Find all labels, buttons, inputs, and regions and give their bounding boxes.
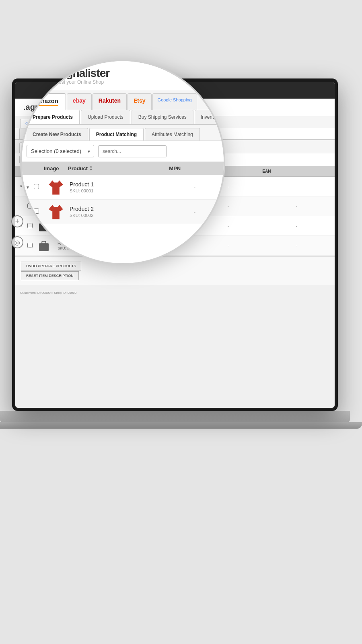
- svg-marker-7: [49, 180, 63, 194]
- mag-tab-google[interactable]: Google Shopping: [152, 93, 197, 110]
- bg-footer: Customers ID: 00000 :: Shop ID: 00000: [15, 285, 335, 299]
- mag-row1-name: Product 1: [70, 181, 170, 188]
- mag-sub-tabs: Create New Products Product Matching Att…: [22, 125, 224, 141]
- mag-row1-mpn: -: [170, 184, 220, 190]
- mag-tab-ebay[interactable]: ebay: [67, 93, 92, 110]
- mag-logo-m-box: m: [31, 68, 47, 85]
- mag-table-header: Image Product ▲▼ MPN: [22, 162, 224, 175]
- mag-sub-matching[interactable]: Product Matching: [89, 128, 144, 140]
- mag-row2-thumb: [44, 203, 68, 221]
- mag-row1-checkbox[interactable]: [34, 184, 39, 189]
- mag-tab-etsy[interactable]: Etsy: [128, 93, 152, 110]
- reset-description-button[interactable]: RESET ITEM DESCRIPTION: [21, 271, 79, 280]
- product-sort-icon: ▲▼: [89, 165, 93, 171]
- col-header-mpn: MPN: [169, 165, 220, 171]
- mag-tshirt-icon-1: [47, 178, 65, 196]
- mag-logo-tagline: ..boost your Online Shop: [51, 79, 109, 85]
- mag-row2-name: Product 2: [70, 206, 170, 212]
- svg-marker-8: [49, 205, 63, 219]
- mag-nav-tabs: Prepare Products Upload Products Buy Shi…: [22, 110, 224, 125]
- mag-row2-checkbox[interactable]: [34, 208, 39, 214]
- mag-row1-sku: SKU: 00001: [70, 188, 170, 193]
- mag-sub-attributes[interactable]: Attributes Matching: [145, 128, 200, 140]
- mag-select-wrapper: Selection (0 selected) ▼: [27, 145, 94, 157]
- mag-search-input[interactable]: [98, 145, 167, 157]
- mag-logo-name: magnalister: [51, 68, 109, 79]
- mag-table-row-2: Product 2 SKU: 00002 -: [22, 200, 224, 224]
- mag-row1-info: Product 1 SKU: 00001: [68, 181, 170, 193]
- mag-tab-rakuten[interactable]: Rakuten: [93, 93, 127, 110]
- magnify-circle: m magnalister ..boost your Online Shop a…: [20, 60, 225, 265]
- background: .agnalister Google Shopping ... Gl...: [0, 0, 362, 644]
- bg-customer-id: Customers ID: 00000 :: Shop ID: 00000: [20, 291, 76, 295]
- laptop-bottom: [0, 422, 362, 429]
- mag-nav-inventory[interactable]: Invent...: [195, 110, 218, 124]
- mag-logo-text-group: magnalister ..boost your Online Shop: [51, 68, 109, 85]
- amazon-underline-icon: [36, 105, 58, 106]
- mag-marketplace-tabs: amazon ebay Rakuten Etsy Google Shopping: [22, 90, 224, 110]
- magnify-content: m magnalister ..boost your Online Shop a…: [22, 61, 224, 263]
- col-header-image: Image: [44, 165, 68, 171]
- mag-row2-info: Product 2 SKU: 00002: [68, 206, 170, 218]
- mag-row2-mpn: -: [170, 209, 220, 215]
- mag-tab-amazon[interactable]: amazon: [28, 93, 66, 110]
- mag-tshirt-icon-2: [47, 203, 65, 221]
- mag-logo-bar: m magnalister ..boost your Online Shop: [22, 61, 224, 90]
- mag-filter-bar: Selection (0 selected) ▼: [22, 141, 224, 162]
- col-header-product: Product ▲▼: [68, 165, 169, 171]
- mag-nav-prepare[interactable]: Prepare Products: [26, 110, 80, 125]
- laptop-base: [0, 411, 350, 422]
- mag-nav-shipping[interactable]: Buy Shipping Services: [132, 110, 193, 124]
- mag-selection-select[interactable]: Selection (0 selected): [27, 145, 94, 157]
- mag-row2-sku: SKU: 00002: [70, 213, 170, 218]
- mag-table-row-1: ▼ Product 1 SKU: 00001 -: [22, 175, 224, 200]
- mag-row1-arrow: ▼: [26, 185, 34, 190]
- mag-sub-create[interactable]: Create New Products: [26, 128, 88, 140]
- mag-row1-thumb: [44, 178, 68, 196]
- mag-nav-upload[interactable]: Upload Products: [81, 110, 130, 124]
